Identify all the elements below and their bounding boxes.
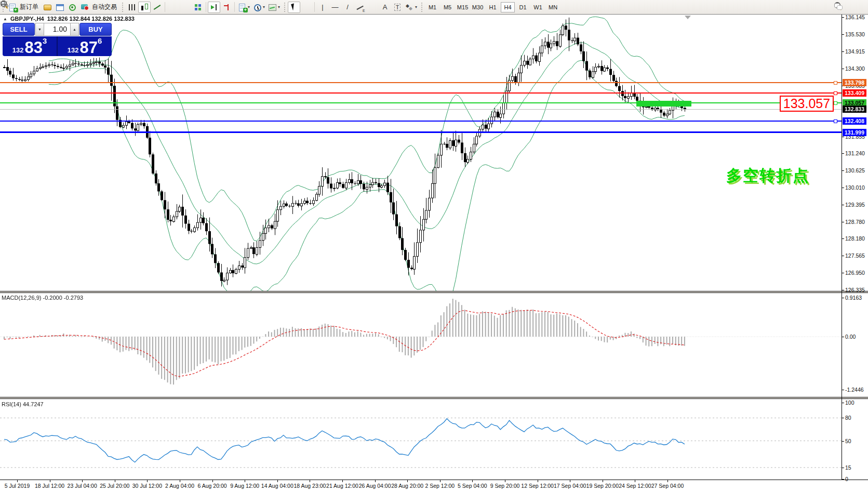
time-axis-label: 21 Aug 12:00	[326, 483, 358, 489]
level-line-133.409[interactable]	[0, 92, 842, 94]
level-line-handle[interactable]	[834, 81, 837, 85]
trendline-button[interactable]: /	[341, 2, 354, 13]
time-tick-mark	[375, 480, 376, 482]
price-chart-canvas[interactable]	[0, 15, 842, 291]
timeframe-button-H1[interactable]: H1	[486, 2, 500, 12]
channel-button[interactable]	[354, 2, 366, 13]
timeframe-button-M5[interactable]: M5	[440, 2, 455, 12]
autotrading-label[interactable]: 自动交易	[92, 3, 117, 11]
fibonacci-button[interactable]	[366, 2, 379, 13]
toolbar-grip[interactable]	[421, 3, 422, 12]
buy-button[interactable]: BUY	[79, 23, 112, 36]
timeframe-button-M15[interactable]: M15	[456, 2, 470, 12]
volume-increase-button[interactable]: ▲	[70, 23, 79, 36]
arrows-button[interactable]: ▾	[404, 2, 419, 13]
auto-scroll-button[interactable]	[208, 2, 220, 13]
macd-signal-value: -0.2793	[64, 295, 83, 301]
price-tick-label: 130.625	[845, 167, 865, 174]
level-line-handle[interactable]	[834, 119, 837, 123]
time-tick-mark	[440, 480, 440, 482]
crosshair-button[interactable]	[300, 2, 313, 13]
rsi-tick-mark	[842, 418, 844, 418]
buy-price-display[interactable]: 132 87 6	[58, 36, 112, 56]
volume-decrease-button[interactable]: ▼	[35, 23, 44, 36]
line-chart-button[interactable]	[151, 2, 163, 13]
zoom-in-button[interactable]: +	[167, 2, 179, 13]
timeframe-button-M1[interactable]: M1	[425, 2, 439, 12]
sell-price-sup: 3	[43, 37, 47, 45]
tile-windows-icon	[194, 3, 203, 11]
time-axis-label: 14 Aug 04:00	[261, 483, 293, 489]
price-tick-label: 134.915	[845, 48, 865, 55]
symbol-info-line: ▲ GBPJPY-,H4 132.826 132.844 132.826 132…	[3, 16, 135, 22]
sell-button[interactable]: SELL	[3, 23, 35, 36]
rsi-tick-label: 15	[845, 464, 851, 471]
signals-icon	[68, 3, 77, 11]
text-button[interactable]: A	[379, 2, 391, 13]
templates-button[interactable]: ▾	[266, 2, 282, 13]
indicators-button[interactable]: +▾	[236, 2, 251, 13]
zoom-out-button[interactable]: -	[179, 2, 192, 13]
time-tick-mark	[570, 480, 570, 482]
green-highlight-object[interactable]	[636, 101, 691, 107]
level-line-133.798[interactable]	[0, 82, 842, 83]
sell-price-display[interactable]: 132 83 3	[3, 36, 58, 56]
horizontal-line-icon: —	[332, 3, 339, 11]
one-click-trading-panel: SELL ▼ 1.00 ▲ BUY 132 83 3 132 87 6	[3, 23, 112, 56]
price-tick-mark	[842, 137, 844, 137]
fibonacci-icon	[1, 2, 7, 6]
tick-chart-button[interactable]	[41, 2, 54, 13]
cn-annotation-text[interactable]: 多空转折点	[726, 165, 809, 187]
rsi-value: 44.7247	[23, 401, 44, 407]
time-axis-label: 5 Sep 04:00	[458, 483, 487, 489]
new-order-label[interactable]: 新订单	[20, 3, 38, 11]
bar-chart-icon	[128, 3, 137, 11]
toolbar-grip[interactable]	[122, 3, 123, 12]
timeframe-button-M30[interactable]: M30	[471, 2, 485, 12]
chat-button[interactable]	[851, 2, 864, 13]
autotrading-button[interactable]	[78, 2, 91, 13]
vertical-line-button[interactable]: |	[316, 2, 329, 13]
timeframe-button-D1[interactable]: D1	[516, 2, 530, 12]
time-tick-mark	[245, 480, 245, 482]
mt4-window: + 新订单 自动交易 + - +▾ ▾ ▾ | — / A T ▾ M1M5M	[0, 0, 868, 492]
time-tick-mark	[212, 480, 213, 482]
macd-tick-mark	[842, 298, 844, 298]
level-line-132.833[interactable]	[0, 109, 842, 110]
chart-shift-button[interactable]	[220, 2, 233, 13]
rsi-tick-label: 80	[845, 415, 851, 421]
timeframe-button-W1[interactable]: W1	[531, 2, 545, 12]
toolbar-grip[interactable]	[284, 3, 285, 12]
periods-button[interactable]: ▾	[251, 2, 266, 13]
bar-chart-button[interactable]	[126, 2, 138, 13]
horizontal-line-button[interactable]: —	[329, 2, 341, 13]
level-line-131.999[interactable]	[0, 131, 842, 133]
price-callout-box[interactable]: 133.057	[780, 96, 834, 112]
signals-button[interactable]	[66, 2, 78, 13]
volume-input[interactable]: 1.00	[44, 23, 70, 36]
price-tick-label: 127.565	[845, 252, 865, 259]
new-order-icon: +	[8, 3, 17, 11]
chart-shift-marker[interactable]	[685, 16, 691, 19]
level-line-handle[interactable]	[834, 101, 837, 105]
time-axis-label: 12 Sep 12:00	[521, 483, 553, 489]
time-axis-label: 25 Jul 20:00	[100, 483, 129, 489]
macd-tick-mark	[842, 337, 844, 337]
chart-shift-icon	[222, 3, 231, 11]
rsi-pane-canvas[interactable]	[0, 399, 842, 480]
main-toolbar: + 新订单 自动交易 + - +▾ ▾ ▾ | — / A T ▾ M1M5M	[0, 0, 868, 15]
candlestick-chart-button[interactable]	[138, 2, 151, 13]
text-label-button[interactable]: T	[391, 2, 404, 13]
macd-pane-canvas[interactable]	[0, 293, 842, 397]
new-window-button[interactable]	[54, 2, 66, 13]
tile-windows-button[interactable]	[192, 2, 204, 13]
rsi-title: RSI(14) 44.7247	[2, 401, 44, 407]
level-line-133.057[interactable]	[0, 102, 842, 103]
timeframe-button-H4[interactable]: H4	[501, 2, 515, 12]
cursor-button[interactable]	[288, 2, 300, 13]
time-axis-label: 24 Sep 12:00	[619, 483, 651, 489]
time-axis-label: 17 Sep 04:00	[554, 483, 586, 489]
level-line-handle[interactable]	[834, 91, 837, 95]
level-line-132.408[interactable]	[0, 121, 842, 122]
timeframe-button-MN[interactable]: MN	[546, 2, 560, 12]
